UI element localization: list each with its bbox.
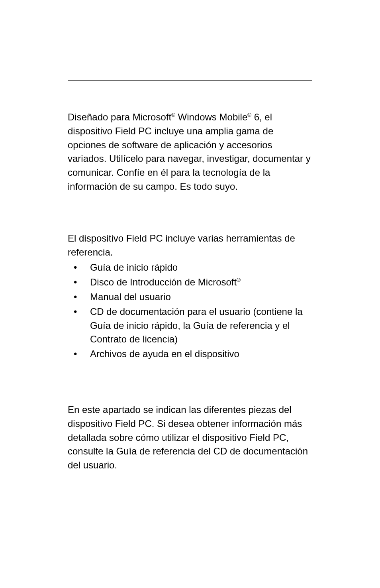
reference-tools-list: Guía de inicio rápido Disco de Introducc… bbox=[68, 261, 312, 361]
list-item-text: Manual del usuario bbox=[90, 291, 171, 302]
list-intro-text: El dispositivo Field PC incluye varias h… bbox=[68, 232, 312, 260]
intro-text-mid: Windows Mobile bbox=[175, 112, 247, 122]
horizontal-rule bbox=[68, 80, 312, 81]
registered-symbol: ® bbox=[247, 112, 251, 118]
list-item-text: Guía de inicio rápido bbox=[90, 262, 178, 273]
list-item-text: Archivos de ayuda en el dispositivo bbox=[90, 348, 239, 359]
list-item: Guía de inicio rápido bbox=[68, 261, 312, 275]
final-paragraph: En este apartado se indican las diferent… bbox=[68, 403, 312, 472]
list-item-text: CD de documentación para el usuario (con… bbox=[90, 306, 303, 345]
intro-text-prefix: Diseñado para Microsoft bbox=[68, 112, 171, 122]
intro-text-suffix: 6, el dispositivo Field PC incluye una a… bbox=[68, 112, 311, 192]
list-item: Archivos de ayuda en el dispositivo bbox=[68, 347, 312, 361]
intro-paragraph: Diseñado para Microsoft® Windows Mobile®… bbox=[68, 110, 312, 194]
registered-symbol: ® bbox=[237, 277, 241, 283]
list-item: Disco de Introducción de Microsoft® bbox=[68, 275, 312, 289]
list-item: Manual del usuario bbox=[68, 290, 312, 304]
registered-symbol: ® bbox=[171, 112, 175, 118]
list-item: CD de documentación para el usuario (con… bbox=[68, 305, 312, 346]
list-item-text: Disco de Introducción de Microsoft bbox=[90, 277, 237, 287]
